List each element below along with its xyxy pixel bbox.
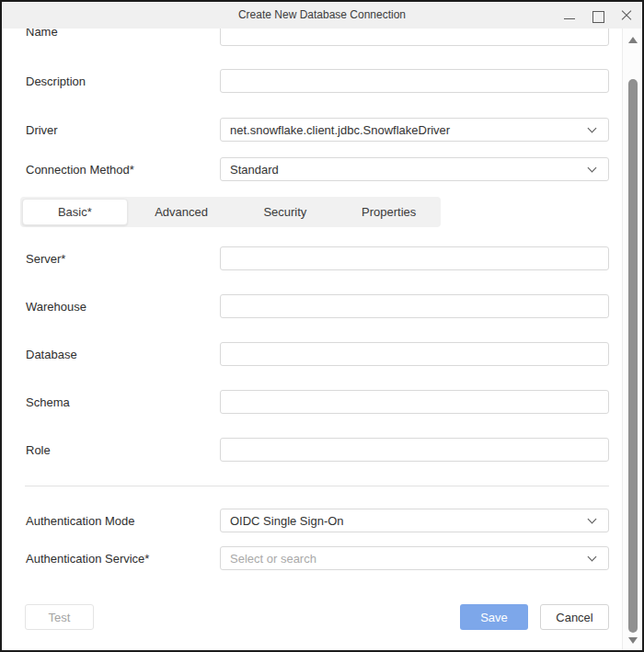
warehouse-label: Warehouse <box>26 300 86 314</box>
section-divider <box>25 486 609 486</box>
form-content: Name Description Driver net.snowflake.cl… <box>2 29 642 650</box>
driver-select-value: net.snowflake.client.jdbc.SnowflakeDrive… <box>230 123 589 137</box>
cancel-button[interactable]: Cancel <box>540 604 609 630</box>
chevron-down-icon <box>588 163 597 172</box>
scroll-down-icon[interactable] <box>628 637 638 644</box>
close-icon[interactable] <box>620 9 633 22</box>
tab-properties[interactable]: Properties <box>337 197 441 227</box>
tab-basic[interactable]: Basic* <box>22 199 128 225</box>
window-controls <box>563 2 633 29</box>
schema-input[interactable] <box>220 390 609 414</box>
role-label: Role <box>26 443 51 457</box>
schema-label: Schema <box>26 395 70 409</box>
server-label: Server* <box>26 252 65 266</box>
connection-method-select[interactable]: Standard <box>220 157 609 181</box>
tab-strip: Basic* Advanced Security Properties <box>20 197 441 227</box>
database-input[interactable] <box>220 342 609 366</box>
tab-advanced[interactable]: Advanced <box>130 197 234 227</box>
authentication-mode-select-value: OIDC Single Sign-On <box>230 514 589 528</box>
description-input[interactable] <box>220 69 609 93</box>
authentication-mode-select[interactable]: OIDC Single Sign-On <box>220 509 609 532</box>
chevron-down-icon <box>588 552 597 561</box>
authentication-service-label: Authentication Service* <box>26 552 149 566</box>
authentication-mode-label: Authentication Mode <box>26 514 135 528</box>
tab-security[interactable]: Security <box>234 197 338 227</box>
vertical-scrollbar <box>622 29 642 650</box>
role-input[interactable] <box>220 438 609 462</box>
description-label: Description <box>26 74 86 88</box>
save-button[interactable]: Save <box>460 604 528 630</box>
scrollbar-thumb[interactable] <box>628 79 638 633</box>
name-label: Name <box>26 29 58 39</box>
connection-method-label: Connection Method* <box>26 163 134 177</box>
chevron-down-icon <box>588 514 597 523</box>
maximize-icon[interactable] <box>592 9 604 22</box>
connection-method-select-value: Standard <box>230 163 589 177</box>
server-input[interactable] <box>220 246 609 270</box>
titlebar: Create New Database Connection <box>2 2 642 29</box>
scroll-up-icon[interactable] <box>628 37 638 43</box>
name-input[interactable] <box>220 29 609 46</box>
test-button[interactable]: Test <box>25 604 94 630</box>
database-label: Database <box>26 348 77 361</box>
create-connection-dialog: Create New Database Connection Name Desc… <box>0 0 644 652</box>
dialog-title: Create New Database Connection <box>2 2 642 29</box>
chevron-down-icon <box>588 123 597 132</box>
authentication-service-select[interactable]: Select or search <box>220 546 609 570</box>
driver-label: Driver <box>26 123 58 137</box>
authentication-service-placeholder: Select or search <box>230 552 589 566</box>
warehouse-input[interactable] <box>220 294 609 318</box>
driver-select[interactable]: net.snowflake.client.jdbc.SnowflakeDrive… <box>220 118 609 142</box>
minimize-icon[interactable] <box>563 9 576 22</box>
